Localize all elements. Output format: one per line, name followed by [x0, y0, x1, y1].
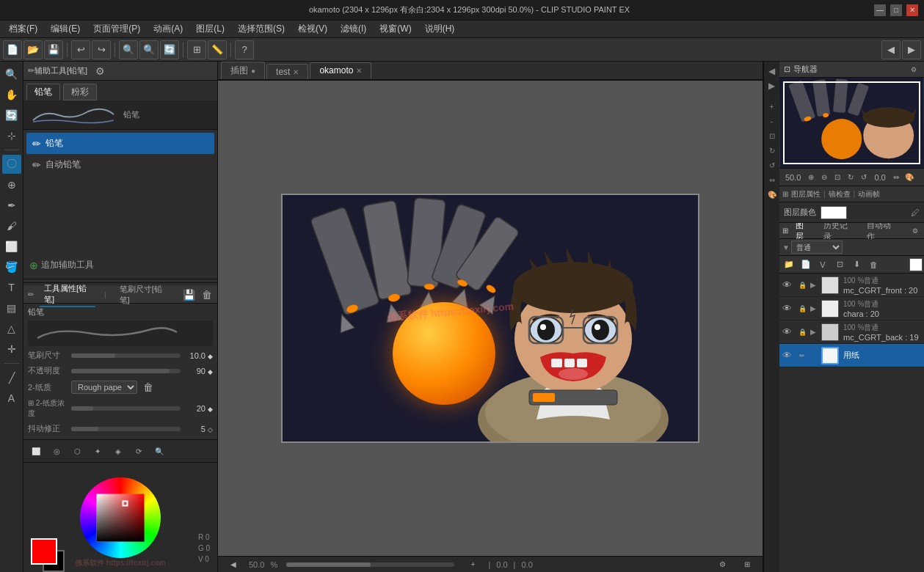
tool-redo[interactable]: ↪ — [92, 40, 111, 59]
nav-extra[interactable]: 🎨 — [903, 172, 915, 183]
tool-transform[interactable]: ⊕ — [2, 175, 21, 194]
layer-eye-paper[interactable]: 👁 — [782, 350, 794, 361]
tab-okamoto-close[interactable]: ✕ — [356, 67, 362, 75]
btool-7[interactable]: 🔍 — [150, 441, 169, 461]
layer-new-vector[interactable]: V — [815, 257, 831, 272]
minimize-button[interactable]: — — [874, 4, 886, 16]
btool-3[interactable]: ⬡ — [68, 441, 87, 461]
menu-layer[interactable]: 图层(L) — [190, 21, 230, 37]
layer-eye-chara[interactable]: 👁 — [782, 303, 794, 314]
tool-select[interactable]: ⊹ — [2, 126, 21, 145]
tool-shape[interactable]: △ — [2, 319, 21, 338]
status-grid-toggle[interactable]: ⊞ — [738, 555, 757, 573]
paper-density-slider[interactable] — [71, 406, 181, 411]
layer-row-paper[interactable]: 👁 ✏ 用纸 — [779, 344, 924, 367]
btool-5[interactable]: ◈ — [109, 441, 128, 461]
tool-hand[interactable]: ✋ — [2, 85, 21, 104]
menu-window[interactable]: 视窗(W) — [374, 21, 417, 37]
tool-rotate-view[interactable]: 🔄 — [2, 106, 21, 125]
btool-1[interactable]: ⬜ — [26, 441, 46, 461]
close-button[interactable]: ✕ — [906, 4, 918, 16]
tool-fill[interactable]: 🪣 — [2, 257, 21, 276]
layer-eye-mc-back[interactable]: 👁 — [782, 326, 794, 337]
right-icon-rotate-r[interactable]: ↻ — [765, 144, 779, 157]
navigator-preview[interactable] — [779, 78, 924, 168]
layer-lock-chara[interactable]: 🔒 — [796, 303, 808, 315]
nav-fit[interactable]: ⊡ — [832, 172, 843, 183]
layer-color-chip[interactable] — [909, 258, 923, 271]
btool-2[interactable]: ◎ — [47, 441, 66, 461]
tool-open[interactable]: 📂 — [23, 40, 43, 59]
tool-eraser[interactable]: ⬜ — [2, 237, 21, 256]
layer-new-layer[interactable]: 📄 — [798, 257, 814, 272]
right-icon-color[interactable]: 🎨 — [765, 188, 779, 201]
blend-mode-select[interactable]: 普通 — [791, 241, 843, 254]
layer-color-swatch[interactable] — [821, 206, 847, 219]
paper-select[interactable]: Rough paper — [71, 381, 137, 394]
subtool-settings[interactable]: ⚙ — [93, 65, 106, 78]
tool-move[interactable]: ✛ — [2, 340, 21, 359]
layer-attrs-label[interactable]: 图层属性 — [791, 189, 821, 199]
layer-lock-mc-back[interactable]: 🔒 — [796, 326, 808, 338]
tab-test[interactable]: test ✕ — [266, 64, 308, 79]
layer-pencil-paper[interactable]: ✏ — [796, 350, 808, 362]
nav-rotate-r[interactable]: ↻ — [845, 172, 856, 183]
paper-trash[interactable]: 🗑 — [142, 381, 155, 394]
right-icon-2[interactable]: ▶ — [765, 79, 779, 92]
color-wheel-container[interactable] — [80, 477, 161, 558]
layer-row-mc-front[interactable]: 👁 🔒 ▶ 100 %普通 mc_CGRT_front : 20 — [779, 274, 924, 297]
tool-save[interactable]: 💾 — [44, 40, 63, 59]
right-icon-flip[interactable]: ⇔ — [765, 173, 779, 186]
menu-file[interactable]: 档案(F) — [3, 21, 43, 37]
opacity-slider[interactable] — [71, 369, 181, 373]
brush-size-slider[interactable] — [71, 353, 181, 358]
status-add[interactable]: + — [463, 555, 482, 573]
tool-item-pencil[interactable]: ✏ 铅笔 — [26, 133, 214, 154]
menu-view[interactable]: 检视(V) — [292, 21, 333, 37]
right-icon-rotate-l[interactable]: ↺ — [765, 158, 779, 172]
color-wheel[interactable] — [80, 477, 161, 558]
menu-help[interactable]: 说明(H) — [419, 21, 461, 37]
status-settings[interactable]: ⚙ — [713, 555, 732, 573]
menu-selection[interactable]: 选择范围(S) — [232, 21, 291, 37]
layer-header-settings[interactable]: ⚙ — [909, 225, 921, 237]
tool-help[interactable]: ? — [235, 40, 254, 59]
tool-zoom-in[interactable]: 🔍 — [119, 40, 138, 59]
right-icon-fit[interactable]: ⊡ — [765, 129, 779, 142]
props-save[interactable]: 💾 — [183, 288, 195, 301]
right-icon-zoom-in[interactable]: + — [765, 100, 779, 113]
tab-illust[interactable]: 插图 ● — [221, 62, 265, 79]
layer-sheet-label[interactable]: 动画帧 — [858, 189, 880, 199]
stabilizer-slider[interactable] — [71, 427, 181, 431]
layer-expand-chara[interactable]: ▶ — [810, 304, 819, 312]
tab-pencil[interactable]: 铅笔 — [26, 84, 60, 100]
layer-delete[interactable]: 🗑 — [865, 257, 881, 272]
menu-animation[interactable]: 动画(A) — [148, 21, 189, 37]
layer-expand-mc-back[interactable]: ▶ — [810, 328, 819, 336]
tab-test-close[interactable]: ✕ — [293, 68, 299, 76]
layer-row-chara[interactable]: 👁 🔒 ▶ 100 %普通 chara : 20 — [779, 297, 924, 320]
tool-undo[interactable]: ↩ — [71, 40, 90, 59]
layer-copy[interactable]: ⊡ — [832, 257, 848, 272]
foreground-color[interactable] — [31, 538, 57, 565]
btool-4[interactable]: ✦ — [88, 441, 107, 461]
tool-item-auto-pencil[interactable]: ✏ 自动铅笔 — [26, 154, 214, 175]
layer-eye-mc-front[interactable]: 👁 — [782, 279, 794, 290]
right-icon-1[interactable]: ◀ — [765, 65, 779, 78]
tool-grid[interactable]: ⊞ — [187, 40, 206, 59]
status-page-prev[interactable]: ◀ — [224, 555, 243, 573]
menu-page[interactable]: 页面管理(P) — [87, 21, 146, 37]
layer-row-mc-back[interactable]: 👁 🔒 ▶ 100 %普通 mc_CGRT_back : 19 — [779, 320, 924, 344]
color-square[interactable] — [97, 494, 145, 541]
tool-lasso[interactable]: 〇 — [2, 155, 21, 174]
tab-okamoto[interactable]: okamoto ✕ — [310, 62, 371, 79]
tool-rotate[interactable]: 🔄 — [160, 40, 179, 59]
layer-lock-mc-front[interactable]: 🔒 — [796, 279, 808, 291]
tool-pen[interactable]: ✒ — [2, 196, 21, 215]
right-icon-zoom-out[interactable]: - — [765, 114, 779, 128]
props-trash[interactable]: 🗑 — [201, 288, 213, 301]
maximize-button[interactable]: □ — [890, 4, 902, 16]
nav-flip[interactable]: ⇔ — [890, 172, 902, 183]
layer-expand-mc-front[interactable]: ▶ — [810, 281, 819, 289]
tool-text[interactable]: T — [2, 278, 21, 297]
